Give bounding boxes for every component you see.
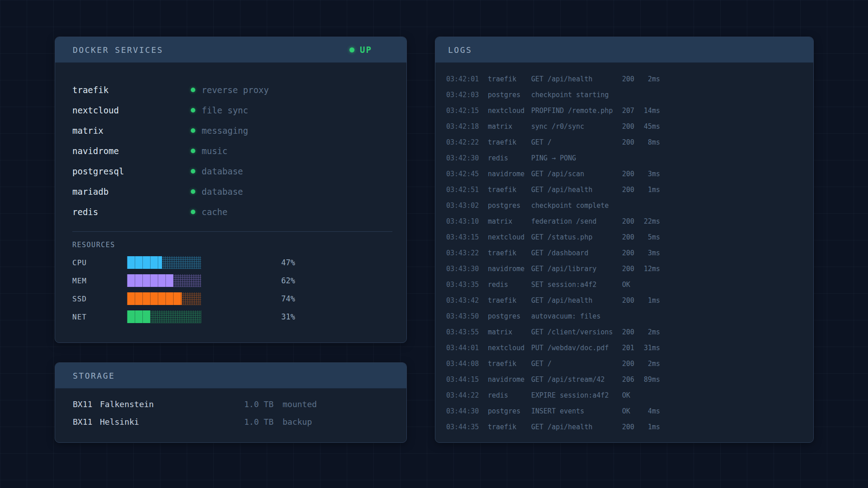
service-status-dot-icon [191,149,195,153]
log-service: navidrome [488,375,531,384]
log-message: PING → PONG [531,154,622,162]
service-row: mariadb database [72,181,406,202]
log-duration: 1ms [644,423,660,431]
log-message: EXPIRE session:a4f2 [531,391,622,399]
log-duration: 22ms [644,217,660,225]
log-timestamp: 03:43:02 [446,202,488,210]
log-row: 03:42:15 nextcloud PROPFIND /remote.php … [446,103,813,118]
storage-title: STORAGE [73,371,115,380]
service-description: database [202,166,406,176]
log-timestamp: 03:43:30 [446,265,488,273]
storage-list: BX11 Falkenstein 1.0 TB mounted BX11 Hel… [55,389,406,431]
log-row: 03:43:15 nextcloud GET /status.php 200 5… [446,229,813,245]
resource-bar-fill [127,292,182,305]
log-service: navidrome [488,265,531,273]
log-row: 03:43:50 postgres autovacuum: files [446,308,813,324]
service-description: reverse proxy [202,85,406,95]
log-row: 03:43:55 matrix GET /client/versions 200… [446,324,813,340]
storage-size: 1.0 TB [244,399,283,409]
log-timestamp: 03:43:50 [446,312,488,320]
log-message: GET /api/health [531,296,622,305]
log-timestamp: 03:43:42 [446,296,488,305]
log-timestamp: 03:44:30 [446,407,488,415]
log-service: matrix [488,217,531,225]
resource-percent: 47% [201,258,406,267]
log-message: INSERT events [531,407,622,415]
log-timestamp: 03:44:01 [446,344,488,352]
service-description: database [202,187,406,197]
log-status-code: OK [622,407,644,415]
storage-size: 1.0 TB [244,417,283,427]
resource-bar-remainder [182,292,201,305]
log-message: GET /api/health [531,423,622,431]
log-service: traefik [488,249,531,257]
log-duration: 3ms [644,249,660,257]
log-service: traefik [488,186,531,194]
log-duration: 31ms [644,344,660,352]
log-duration: 8ms [644,138,660,146]
resource-bar-fill [127,256,162,269]
resource-label: NET [72,313,127,321]
log-timestamp: 03:43:15 [446,233,488,241]
log-message: GET /api/health [531,186,622,194]
service-status-dot-icon [191,88,195,92]
logs-header: LOGS [435,37,813,63]
service-name: matrix [72,126,191,136]
log-row: 03:44:15 navidrome GET /api/stream/42 20… [446,371,813,387]
log-duration: 1ms [644,296,660,305]
log-row: 03:44:08 traefik GET / 200 2ms [446,356,813,371]
log-service: postgres [488,91,531,99]
docker-services-panel: DOCKER SERVICES UP traefik reverse proxy… [55,37,407,343]
log-row: 03:42:45 navidrome GET /api/scan 200 3ms [446,166,813,182]
log-service: redis [488,281,531,289]
service-description: messaging [202,126,406,136]
storage-row: BX11 Falkenstein 1.0 TB mounted [73,395,406,413]
log-row: 03:43:30 navidrome GET /api/library 200 … [446,261,813,277]
log-timestamp: 03:42:18 [446,122,488,131]
docker-status: UP [349,45,372,55]
log-service: nextcloud [488,107,531,115]
log-status-code: 200 [622,265,644,273]
log-service: postgres [488,202,531,210]
resource-percent: 62% [201,276,406,285]
log-timestamp: 03:44:08 [446,360,488,368]
log-service: postgres [488,407,531,415]
log-list: 03:42:01 traefik GET /api/health 200 2ms… [435,63,813,435]
log-service: postgres [488,312,531,320]
log-duration: 14ms [644,107,660,115]
resource-bar-remainder [173,274,201,287]
log-timestamp: 03:43:10 [446,217,488,225]
log-timestamp: 03:42:30 [446,154,488,162]
log-message: federation /send [531,217,622,225]
log-row: 03:44:01 nextcloud PUT /webdav/doc.pdf 2… [446,340,813,356]
log-row: 03:42:01 traefik GET /api/health 200 2ms [446,71,813,87]
storage-server-tag: BX11 [73,417,100,427]
log-duration: 2ms [644,360,660,368]
resource-percent: 74% [201,294,406,303]
log-duration: 3ms [644,170,660,178]
service-row: nextcloud file sync [72,100,406,120]
service-status-dot-icon [191,128,195,133]
log-service: traefik [488,423,531,431]
resource-row: MEM 62% [72,272,406,290]
log-timestamp: 03:43:22 [446,249,488,257]
log-service: traefik [488,75,531,83]
resource-row: NET 31% [72,308,406,326]
log-service: matrix [488,122,531,131]
log-duration: 89ms [644,375,660,384]
log-status-code: 200 [622,217,644,225]
log-status-code: 200 [622,423,644,431]
log-timestamp: 03:44:15 [446,375,488,384]
resource-usage-bar [127,292,201,305]
log-status-code: 206 [622,375,644,384]
log-service: navidrome [488,170,531,178]
storage-location: Helsinki [100,417,244,427]
resource-label: SSD [72,295,127,303]
log-timestamp: 03:44:35 [446,423,488,431]
service-row: navidrome music [72,141,406,161]
log-row: 03:42:18 matrix sync /r0/sync 200 45ms [446,118,813,134]
service-status-dot-icon [191,189,195,194]
log-duration: 45ms [644,122,660,131]
log-status-code: OK [622,391,644,399]
storage-panel: STORAGE BX11 Falkenstein 1.0 TB mounted … [55,362,407,443]
